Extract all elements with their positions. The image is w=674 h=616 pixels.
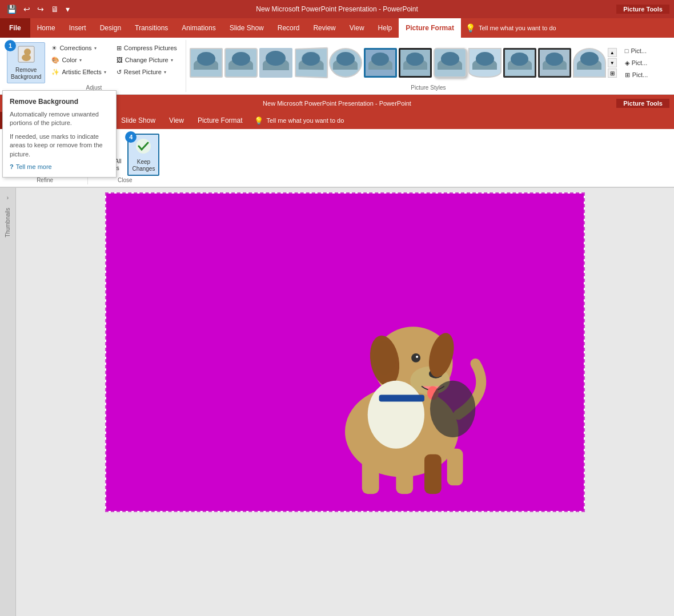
picture-effects-button[interactable]: ◈ Pict... [621, 57, 652, 69]
picture-layout-label: Pict... [632, 71, 648, 78]
save-button[interactable]: 💾 [5, 4, 19, 14]
tooltip-box: Remove Background Automatically remove u… [2, 90, 117, 178]
picture-effects-icon: ◈ [625, 59, 629, 67]
pic-style-2[interactable] [224, 48, 258, 78]
svg-rect-27 [396, 454, 413, 494]
slide-show-menu[interactable]: Slide Show [223, 18, 271, 38]
refine-group-label: Refine [7, 177, 83, 183]
picture-border-button[interactable]: □ Pict... [621, 45, 652, 57]
insert-menu[interactable]: Insert [62, 18, 93, 38]
reset-icon: ↺ [117, 69, 122, 76]
reset-label: Reset Picture [124, 69, 162, 75]
slide-frame: 3 Manually draw the missed part to ensur… [105, 192, 585, 512]
remove-background-wrapper: RemoveBackground 1 [7, 42, 45, 83]
svg-point-32 [430, 381, 475, 437]
picture-effects-label: Pict... [632, 59, 648, 66]
pic-style-7[interactable] [399, 48, 432, 78]
corrections-icon: ☀ [51, 45, 57, 52]
svg-rect-29 [447, 449, 463, 486]
scroll-down-button[interactable]: ▼ [608, 58, 617, 67]
pic-style-5[interactable] [329, 48, 362, 78]
record-menu[interactable]: Record [271, 18, 307, 38]
scroll-up-button[interactable]: ▲ [608, 48, 617, 57]
second-picture-format[interactable]: Picture Format [191, 112, 250, 129]
pic-style-10[interactable] [503, 48, 536, 78]
review-menu[interactable]: Review [306, 18, 342, 38]
artistic-effects-label: Artistic Effects [62, 69, 101, 75]
app-title: New Microsoft PowerPoint Presentation - … [256, 5, 418, 13]
color-button[interactable]: 🎨 Color ▾ [47, 54, 110, 66]
menu-bar: File Home Insert Design Transitions Anim… [0, 18, 674, 38]
keep-changes-wrapper: KeepChanges 4 [127, 134, 159, 176]
corrections-dropdown-icon: ▾ [94, 46, 97, 51]
lightbulb-icon: 💡 [466, 23, 475, 33]
more-qat-button[interactable]: ▾ [63, 4, 72, 14]
tooltip-text1: Automatically remove unwanted portions o… [10, 110, 109, 128]
pic-style-12[interactable] [573, 48, 606, 78]
tooltip-title: Remove Background [10, 98, 109, 106]
help-menu[interactable]: Help [371, 18, 399, 38]
reset-picture-button[interactable]: ↺ Reset Picture ▾ [113, 66, 181, 78]
top-ribbon: 💾 ↩ ↪ 🖥 ▾ New Microsoft PowerPoint Prese… [0, 0, 674, 95]
main-area: › Thumbnails [0, 188, 674, 616]
corrections-label: Corrections [59, 45, 91, 51]
svg-rect-30 [379, 394, 424, 401]
color-dropdown-icon: ▾ [79, 58, 82, 63]
svg-point-2 [22, 54, 31, 61]
tell-me-container: 💡 Tell me what you want to do [466, 18, 556, 38]
picture-styles-group: ▲ ▼ ⊞ □ Pict... ◈ Pict... ⊞ [187, 40, 669, 92]
design-menu[interactable]: Design [93, 18, 128, 38]
picture-layout-icon: ⊞ [625, 71, 630, 79]
compress-icon: ⊞ [117, 45, 122, 52]
tell-me-label[interactable]: Tell me what you want to do [479, 25, 556, 31]
pic-style-4[interactable] [295, 47, 328, 78]
transitions-menu[interactable]: Transitions [128, 18, 175, 38]
pic-style-6[interactable] [364, 48, 397, 78]
second-slide-show-menu[interactable]: Slide Show [114, 112, 162, 129]
color-label: Color [62, 57, 77, 63]
pic-style-11[interactable] [538, 48, 571, 78]
thumbnails-panel: › Thumbnails [0, 188, 16, 616]
pic-style-8[interactable] [434, 48, 467, 78]
second-tell-me-label[interactable]: Tell me what you want to do [267, 117, 344, 124]
adjust-group: RemoveBackground 1 ☀ Corrections ▾ 🎨 Col… [5, 40, 186, 92]
picture-border-icon: □ [625, 47, 629, 54]
slide-background: 3 Manually draw the missed part to ensur… [106, 194, 584, 511]
scroll-more-button[interactable]: ⊞ [608, 69, 617, 78]
collapse-thumbnails-button[interactable]: › [5, 192, 11, 203]
picture-layout-button[interactable]: ⊞ Pict... [621, 69, 652, 80]
pic-style-3[interactable] [259, 48, 292, 78]
picture-border-label: Pict... [631, 47, 647, 54]
picture-styles-row: ▲ ▼ ⊞ □ Pict... ◈ Pict... ⊞ [190, 42, 667, 83]
artistic-effects-icon: ✨ [51, 69, 59, 76]
change-picture-button[interactable]: 🖼 Change Picture ▾ [113, 54, 181, 66]
picture-format-tab[interactable]: Picture Format [399, 18, 461, 38]
artistic-effects-button[interactable]: ✨ Artistic Effects ▾ [47, 66, 110, 78]
view-menu[interactable]: View [343, 18, 371, 38]
change-picture-label: Change Picture [125, 57, 168, 63]
file-menu[interactable]: File [0, 18, 30, 38]
svg-rect-26 [362, 454, 379, 494]
svg-point-25 [368, 381, 424, 449]
svg-rect-16 [107, 194, 583, 511]
corrections-button[interactable]: ☀ Corrections ▾ [47, 42, 110, 54]
dog-illustration: 3 Manually draw the missed part to ensur… [106, 194, 584, 511]
color-icon: 🎨 [51, 57, 59, 64]
svg-point-22 [416, 356, 418, 358]
svg-rect-28 [424, 454, 442, 494]
pic-style-9[interactable] [468, 48, 502, 78]
keep-changes-label: KeepChanges [132, 159, 155, 172]
tell-me-more-link[interactable]: ? Tell me more [10, 163, 109, 170]
title-bar: 💾 ↩ ↪ 🖥 ▾ New Microsoft PowerPoint Prese… [0, 0, 674, 18]
undo-button[interactable]: ↩ [21, 4, 33, 14]
svg-point-33 [374, 341, 396, 375]
redo-button[interactable]: ↪ [35, 4, 46, 14]
compress-pictures-button[interactable]: ⊞ Compress Pictures [113, 42, 181, 54]
present-button[interactable]: 🖥 [49, 4, 61, 14]
home-menu[interactable]: Home [30, 18, 62, 38]
second-picture-tools: Picture Tools [616, 99, 669, 108]
qat: 💾 ↩ ↪ 🖥 ▾ [5, 4, 72, 14]
second-view-menu[interactable]: View [162, 112, 191, 129]
animations-menu[interactable]: Animations [175, 18, 222, 38]
pic-style-1[interactable] [190, 48, 223, 78]
